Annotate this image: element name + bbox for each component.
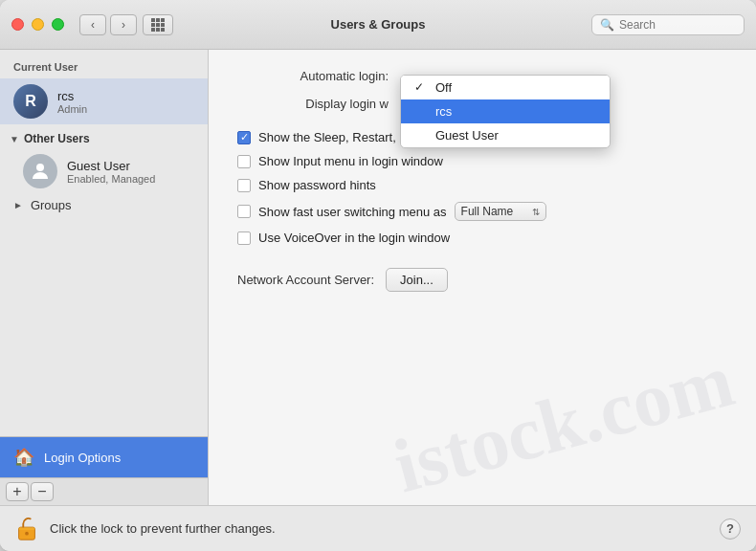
checkmark-icon: ✓: [414, 80, 428, 94]
add-remove-bar: + −: [0, 477, 208, 505]
other-users-label: Other Users: [24, 132, 90, 145]
search-box[interactable]: 🔍: [591, 14, 745, 35]
join-button[interactable]: Join...: [386, 268, 448, 292]
search-input[interactable]: [619, 18, 736, 32]
hints-label: Show password hints: [258, 178, 376, 192]
user-name: rcs: [57, 89, 87, 103]
window-title: Users & Groups: [331, 17, 426, 32]
bottom-bar: Click the lock to prevent further change…: [0, 505, 756, 551]
search-icon: 🔍: [600, 18, 614, 32]
svg-point-2: [25, 531, 29, 535]
grid-button[interactable]: [143, 14, 173, 35]
guest-user-item[interactable]: Guest User Enabled, Managed: [0, 149, 208, 193]
network-label: Network Account Server:: [237, 273, 374, 287]
sidebar: Current User R rcs Admin ▼ Other Users: [0, 50, 209, 505]
traffic-lights: [11, 18, 64, 31]
voiceover-checkbox[interactable]: [237, 231, 251, 245]
avatar: R: [13, 84, 48, 119]
guest-status: Enabled, Managed: [67, 173, 155, 185]
svg-point-0: [36, 164, 44, 171]
nav-buttons: ‹ ›: [79, 14, 137, 35]
fus-arrows-icon: ⇅: [532, 207, 540, 217]
content-area: Current User R rcs Admin ▼ Other Users: [0, 50, 756, 505]
login-options-label: Login Options: [44, 451, 121, 465]
remove-user-button[interactable]: −: [31, 482, 54, 501]
checkbox-input: Show Input menu in login window: [237, 154, 727, 168]
back-button[interactable]: ‹: [79, 14, 106, 35]
input-label: Show Input menu in login window: [258, 154, 443, 168]
checkbox-switching: Show fast user switching menu as Full Na…: [237, 202, 727, 221]
checkbox-voiceover: Use VoiceOver in the login window: [237, 231, 727, 245]
network-row: Network Account Server: Join...: [237, 268, 727, 292]
groups-label: Groups: [31, 198, 72, 212]
dropdown-option-guest[interactable]: Guest User: [401, 123, 610, 147]
option-guest-label: Guest User: [435, 128, 499, 143]
automatic-login-label: Automatic login:: [237, 69, 400, 83]
fus-value: Full Name: [461, 205, 514, 218]
close-button[interactable]: [11, 18, 24, 31]
guest-avatar: [23, 154, 57, 188]
automatic-login-dropdown[interactable]: ✓ Off rcs Guest User: [400, 75, 611, 148]
sleep-checkbox[interactable]: [237, 131, 251, 144]
display-login-label: Display login w: [237, 97, 400, 111]
sidebar-bottom: 🏠 Login Options + −: [0, 436, 208, 505]
forward-button[interactable]: ›: [110, 14, 137, 35]
guest-info: Guest User Enabled, Managed: [67, 159, 155, 185]
current-user-item[interactable]: R rcs Admin: [0, 78, 208, 124]
lock-icon: [15, 516, 38, 542]
groups-triangle-icon: ►: [13, 200, 23, 210]
login-options-button[interactable]: 🏠 Login Options: [0, 437, 208, 477]
titlebar: ‹ › Users & Groups 🔍: [0, 0, 756, 50]
dropdown-option-rcs[interactable]: rcs: [401, 99, 610, 123]
expand-triangle-icon: ▼: [10, 134, 19, 144]
fast-user-switching-dropdown[interactable]: Full Name ⇅: [455, 202, 547, 221]
option-rcs-label: rcs: [435, 104, 452, 119]
guest-name: Guest User: [67, 159, 155, 173]
lock-area[interactable]: [15, 516, 38, 542]
watermark: istock.com: [385, 337, 742, 505]
voiceover-label: Use VoiceOver in the login window: [258, 231, 450, 245]
checkbox-hints: Show password hints: [237, 178, 727, 192]
user-role: Admin: [57, 103, 87, 115]
switching-checkbox[interactable]: [237, 205, 251, 218]
switching-label: Show fast user switching menu as: [258, 205, 447, 219]
window: ‹ › Users & Groups 🔍 Current User R: [0, 0, 756, 551]
help-button[interactable]: ?: [720, 518, 741, 540]
option-off-label: Off: [435, 80, 452, 95]
maximize-button[interactable]: [52, 18, 64, 31]
main-panel: istock.com Automatic login: ✓ Off: [209, 50, 756, 505]
current-user-label: Current User: [0, 61, 208, 78]
user-info: rcs Admin: [57, 89, 87, 115]
input-checkbox[interactable]: [237, 155, 251, 168]
lock-text: Click the lock to prevent further change…: [50, 521, 276, 536]
minimize-button[interactable]: [32, 18, 44, 31]
sidebar-content: Current User R rcs Admin ▼ Other Users: [0, 50, 208, 436]
hints-checkbox[interactable]: [237, 179, 251, 192]
add-user-button[interactable]: +: [6, 482, 29, 501]
grid-icon: [151, 18, 165, 32]
dropdown-option-off[interactable]: ✓ Off: [401, 76, 610, 99]
automatic-login-row: Automatic login: ✓ Off rcs: [237, 69, 727, 83]
other-users-header[interactable]: ▼ Other Users: [0, 124, 208, 149]
groups-item[interactable]: ► Groups: [0, 193, 208, 217]
svg-rect-3: [19, 527, 35, 530]
house-icon: 🏠: [13, 447, 34, 468]
